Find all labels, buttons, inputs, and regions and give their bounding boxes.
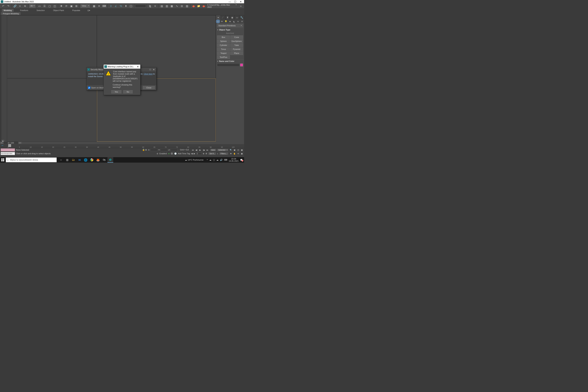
prev-frame-button[interactable]: ◀∣ <box>195 148 198 151</box>
key-mode-button[interactable]: ⚙ <box>206 152 207 155</box>
obj-btn-tube[interactable]: Tube <box>230 43 243 47</box>
snap-3d-button[interactable]: 3 <box>109 4 113 8</box>
firefox-icon[interactable]: 🦊 <box>95 157 101 162</box>
taskview-icon[interactable]: ⊞ <box>64 157 70 162</box>
undo-button[interactable]: ↶ <box>1 4 6 8</box>
fov-button[interactable]: ◫ <box>236 148 240 151</box>
window-crossing-button[interactable]: ◫ <box>52 4 57 8</box>
cmd-tab-create[interactable]: + <box>216 15 221 20</box>
ribbon-tab-selection[interactable]: Selection <box>35 9 46 12</box>
weather-widget[interactable]: ☁ 14°C Pochmurnie <box>185 159 204 161</box>
goto-end-button[interactable]: ⏭ <box>206 148 209 151</box>
auto-key-button[interactable]: Auto <box>210 149 216 151</box>
warning-no-button[interactable]: No <box>123 90 133 94</box>
y-input[interactable] <box>160 149 168 151</box>
selection-filter[interactable]: All <box>29 4 36 8</box>
layer-explorer-button[interactable]: ▤ <box>160 4 164 8</box>
mirror-button[interactable]: ⧎ <box>148 4 152 8</box>
manipulate-button[interactable]: ✦ <box>97 4 101 8</box>
cmd-sub-spacewarps[interactable]: ≋ <box>236 20 240 23</box>
obj-btn-teapot[interactable]: Teapot <box>217 51 230 55</box>
x-input[interactable] <box>150 149 158 151</box>
goto-start-button[interactable]: ⏮ <box>191 148 194 151</box>
rollout-name-color[interactable]: Name and Color <box>216 59 244 63</box>
pivot-button[interactable]: ▦ <box>92 4 96 8</box>
selected-dropdown[interactable]: Selected <box>217 149 228 151</box>
keyboard-toggle-button[interactable]: ⌨ <box>102 4 106 8</box>
ref-coord-dropdown[interactable]: View <box>80 4 90 8</box>
ribbon-tab-populate[interactable]: Populate <box>70 9 82 12</box>
tray-expand-icon[interactable]: ^ <box>207 158 208 161</box>
key-nav-right[interactable]: ▶ <box>194 152 195 155</box>
align-button[interactable]: ≡ <box>153 4 157 8</box>
move-button[interactable]: ✥ <box>59 4 64 8</box>
frame-next-button[interactable]: > <box>18 142 22 144</box>
frame-spinner[interactable]: 0 <box>196 152 202 155</box>
timeline-key-icon[interactable]: ⊶ <box>2 144 3 146</box>
max-toggle-button[interactable]: ▣ <box>240 152 243 155</box>
network-icon[interactable]: ☁ <box>216 158 218 161</box>
selection-lock-button[interactable] <box>1 148 15 151</box>
chrome-icon[interactable] <box>89 157 95 162</box>
cmd-tab-modify[interactable]: ☄ <box>221 15 226 20</box>
maxscript-mini[interactable]: MAXScript Mini <box>1 152 15 155</box>
notifications-button[interactable]: 💬 3 <box>240 159 243 161</box>
bind-button[interactable]: ≋ <box>23 4 27 8</box>
ribbon-tab-objectpaint[interactable]: Object Paint <box>51 9 66 12</box>
security-maximize-button[interactable]: ☐ <box>148 68 152 70</box>
cmd-tab-motion[interactable]: ◉ <box>230 15 235 20</box>
zoom-extents-button[interactable]: 🔍 <box>229 148 232 151</box>
cmd-sub-shapes[interactable]: ❖ <box>220 20 224 23</box>
z-input[interactable] <box>170 149 178 151</box>
explorer-icon[interactable]: 🗂 <box>70 157 76 162</box>
ribbon-expand-button[interactable]: ⊡▾ <box>87 9 91 12</box>
add-time-tag[interactable]: Add Time Tag <box>178 152 190 154</box>
cmd-sub-cameras[interactable]: ■ <box>228 20 232 23</box>
time-config-button[interactable]: ⊕ <box>203 152 204 155</box>
start-button[interactable] <box>0 157 6 162</box>
project-path[interactable]: C:\Users\Filip...s\3ds Max 2022 <box>206 4 237 8</box>
obj-btn-sphere[interactable]: Sphere <box>217 40 230 43</box>
meet-now-icon[interactable]: ▢ <box>213 158 215 161</box>
cmd-tab-hierarchy[interactable]: ♜ <box>226 15 230 20</box>
maximize-button[interactable]: ☐ <box>232 0 238 3</box>
render-setup-button[interactable]: ▨ <box>185 4 189 8</box>
viewport-bottom-left[interactable] <box>7 78 97 142</box>
warning-yes-button[interactable]: Yes <box>111 90 122 94</box>
max-viewport-button[interactable]: ▦ <box>240 148 243 151</box>
ribbon-tab-modeling[interactable]: Modeling <box>2 9 14 12</box>
walk-button[interactable]: ⟲ <box>236 152 240 155</box>
mail-icon[interactable]: ✉ <box>76 157 82 162</box>
open-on-blocked-checkbox[interactable] <box>88 86 90 89</box>
frame-prev-button[interactable]: < <box>0 142 4 144</box>
object-color-swatch[interactable] <box>240 64 243 66</box>
autogrid-checkbox[interactable]: AutoGrid <box>216 32 244 35</box>
primitive-category-dropdown[interactable]: Standard Primitives <box>217 24 243 27</box>
toggle-ribbon-button[interactable]: ▥ <box>164 4 169 8</box>
named-selection-input[interactable] <box>135 4 146 8</box>
angle-snap-button[interactable]: ∠ <box>114 4 118 8</box>
edge-icon[interactable]: 🌐 <box>83 157 88 162</box>
cmd-tab-display[interactable]: ▭ <box>235 15 239 20</box>
render-prod-button[interactable]: 🫖 <box>202 4 206 8</box>
percent-snap-button[interactable]: % <box>119 4 123 8</box>
language-icon[interactable]: ⌨ <box>224 158 227 161</box>
key-nav-left[interactable]: ◀ <box>191 152 192 155</box>
constraint-button[interactable]: { } <box>129 4 133 8</box>
store-icon[interactable]: 🛍 <box>101 157 107 162</box>
cmd-sub-lights[interactable]: 💡 <box>224 20 228 23</box>
ribbon-tab-freeform[interactable]: Freeform <box>18 9 30 12</box>
volume-icon[interactable]: 🔊 <box>220 158 223 161</box>
scale-button[interactable]: ▣ <box>69 4 74 8</box>
cmd-sub-geometry[interactable]: ● <box>216 20 220 23</box>
cmd-tab-utilities[interactable]: 🔧 <box>239 15 244 20</box>
rollout-object-type[interactable]: Object Type <box>216 28 244 32</box>
viewport-top-left[interactable] <box>7 15 97 78</box>
schematic-button[interactable]: ∿ <box>175 4 179 8</box>
isolate-icon[interactable]: ⊘ <box>156 152 158 155</box>
clock[interactable]: 19:34 14.05.2021 <box>229 158 239 162</box>
render-frame-button[interactable]: 🫖 <box>192 4 196 8</box>
coord-icon[interactable]: ⊞ <box>145 149 147 151</box>
warning-close-button[interactable]: ✕ <box>136 65 140 68</box>
lock-icon[interactable]: 🔒 <box>142 149 144 151</box>
